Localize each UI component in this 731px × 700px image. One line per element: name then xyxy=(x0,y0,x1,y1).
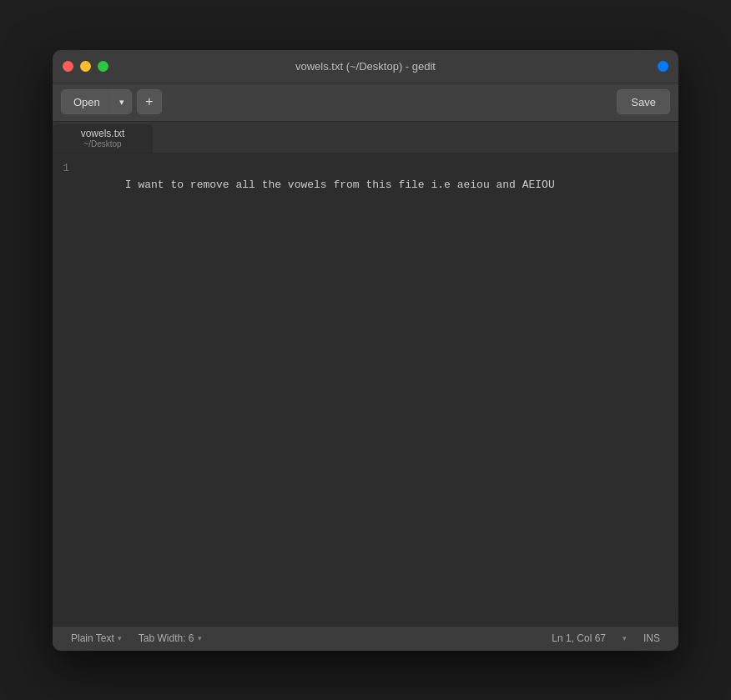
cursor-position[interactable]: Ln 1, Col 67 xyxy=(543,627,614,651)
editor-content[interactable]: I want to remove all the vowels from thi… xyxy=(78,154,678,626)
tab-filename: vowels.txt xyxy=(81,128,125,139)
titlebar: vowels.txt (~/Desktop) - gedit xyxy=(53,50,678,83)
statusbar: Plain Text ▾ Tab Width: 6 ▾ Ln 1, Col 67… xyxy=(53,626,678,651)
traffic-lights xyxy=(63,61,108,72)
language-selector[interactable]: Plain Text ▾ xyxy=(63,627,130,651)
active-tab[interactable]: vowels.txt ~/Desktop xyxy=(53,124,153,153)
language-label: Plain Text xyxy=(71,632,114,644)
tab-width-selector[interactable]: Tab Width: 6 ▾ xyxy=(130,627,210,651)
input-mode-dropdown[interactable]: ▾ xyxy=(614,627,635,651)
editor-area: 1 I want to remove all the vowels from t… xyxy=(53,154,678,626)
cursor-position-label: Ln 1, Col 67 xyxy=(552,632,606,644)
tab-width-label: Tab Width: 6 xyxy=(139,632,194,644)
close-button[interactable] xyxy=(63,61,73,72)
open-dropdown-button[interactable]: ▾ xyxy=(113,90,131,113)
window-title: vowels.txt (~/Desktop) - gedit xyxy=(295,60,436,73)
open-button-group: Open ▾ xyxy=(61,89,132,114)
line-number-1: 1 xyxy=(63,162,69,174)
line-numbers: 1 xyxy=(53,154,78,626)
gedit-window: vowels.txt (~/Desktop) - gedit Open ▾ + … xyxy=(53,50,678,651)
open-button[interactable]: Open xyxy=(62,90,113,113)
minimize-button[interactable] xyxy=(80,61,91,72)
insert-mode-label: INS xyxy=(635,632,668,644)
editor-text-line-1: I want to remove all the vowels from thi… xyxy=(125,179,555,191)
maximize-button[interactable] xyxy=(98,61,108,72)
language-chevron-icon: ▾ xyxy=(118,634,122,642)
save-button[interactable]: Save xyxy=(617,89,670,114)
new-tab-button[interactable]: + xyxy=(137,89,162,114)
toolbar: Open ▾ + Save xyxy=(53,83,678,122)
input-mode-chevron-icon: ▾ xyxy=(623,634,627,642)
tab-width-chevron-icon: ▾ xyxy=(198,634,202,642)
fullscreen-button[interactable] xyxy=(658,61,668,72)
tab-bar: vowels.txt ~/Desktop xyxy=(53,122,678,154)
tab-filepath: ~/Desktop xyxy=(83,139,121,149)
